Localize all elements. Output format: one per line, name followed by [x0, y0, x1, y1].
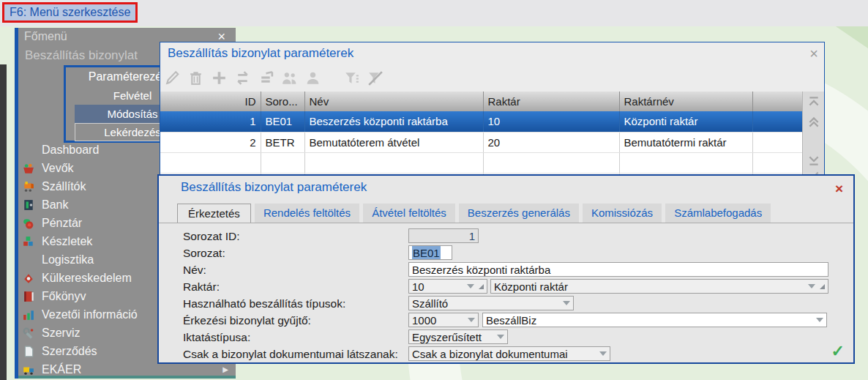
dokumentumok-combo[interactable]: Csak a bizonylat dokumentumai	[408, 346, 610, 361]
chevron-down-icon[interactable]	[497, 335, 504, 339]
gyujto-code-combo[interactable]: 1000	[408, 313, 479, 327]
form-row-iktatas: Iktatástípusa: Egyszerűsített	[159, 329, 853, 346]
col-header-blank	[752, 92, 802, 111]
field-value: 1	[469, 228, 475, 243]
cell-name: Bemutatóterem átvétel	[304, 132, 483, 152]
tab-atvetel-feltoltes[interactable]: Átvétel feltöltés	[363, 204, 455, 223]
chevron-down-icon[interactable]	[468, 318, 475, 322]
field-value: BE01	[412, 245, 441, 260]
menu-window-title: Főmenü	[24, 30, 67, 42]
sidebar-item-label: Külkereskedelem	[42, 272, 132, 285]
sidebar-item-label: Dashboard	[42, 144, 99, 157]
detail-title: Beszállítás bizonylat paraméterek	[159, 176, 853, 195]
cell-name: Beszerzés központi raktárba	[304, 111, 483, 132]
delete-trash-icon[interactable]	[187, 69, 205, 87]
table-row-empty	[160, 152, 802, 173]
submenu-arrow-icon: ▶	[222, 365, 228, 373]
close-icon[interactable]: ×	[809, 45, 818, 62]
edit-pencil-icon[interactable]	[163, 69, 182, 87]
field-label: Sorozat:	[183, 245, 225, 261]
col-header-id[interactable]: ID	[160, 92, 261, 111]
cell-blank	[752, 132, 802, 152]
field-label: Csak a bizonylat dokumentumai látszanak:	[183, 346, 398, 362]
field-label: Használható beszállítás típusok:	[183, 296, 345, 311]
chevron-down-icon[interactable]	[816, 318, 823, 322]
form-row-sorozat: Sorozat: BE01	[159, 245, 853, 261]
management-info-icon	[23, 309, 34, 321]
sidebar-item-label: Logisztika	[42, 253, 94, 267]
chevron-down-icon[interactable]	[467, 284, 474, 288]
foreign-trade-icon	[23, 272, 34, 284]
cell-id: 2	[160, 132, 261, 152]
cell-warehouse: 20	[483, 132, 619, 152]
filter-clear-icon[interactable]	[366, 69, 384, 87]
transfer-arrows-icon[interactable]	[233, 69, 252, 87]
add-plus-icon[interactable]	[210, 69, 228, 87]
iktatas-combo[interactable]: Egyszerűsített	[408, 329, 508, 344]
inventory-icon	[23, 236, 34, 247]
menu-bottom-strip	[18, 376, 236, 379]
list-toolbar	[163, 65, 384, 91]
col-header-sorozat[interactable]: Soro...	[261, 92, 304, 111]
field-value: 1000	[412, 313, 436, 327]
customers-icon	[23, 163, 34, 174]
raktar-code-combo[interactable]: 10	[408, 279, 487, 294]
cell-blank	[752, 111, 802, 132]
tab-erkeztetes[interactable]: Érkeztetés	[177, 204, 251, 223]
cell-code: BETR	[261, 132, 304, 152]
accept-check-icon[interactable]: ✓	[831, 342, 845, 361]
field-label: Sorozat ID:	[183, 228, 240, 244]
ekaer-truck-icon	[23, 364, 34, 376]
nev-field[interactable]: Beszerzés központi raktárba	[408, 262, 828, 277]
single-user-icon[interactable]	[304, 69, 322, 87]
field-label: Név:	[183, 262, 206, 277]
tab-komissiozas[interactable]: Komissiózás	[583, 204, 662, 223]
resize-corner-icon	[479, 284, 484, 289]
close-icon[interactable]: ×	[835, 181, 843, 197]
field-value: Szállító	[412, 296, 448, 310]
tab-szamlabefogadas[interactable]: Számlabefogadás	[665, 204, 771, 223]
tipusok-combo[interactable]: Szállító	[408, 296, 574, 310]
field-value: BeszállBiz	[486, 313, 536, 327]
user-group-icon[interactable]	[280, 69, 299, 87]
list-window-title: Beszállítás bizonylat paraméterek	[160, 42, 824, 64]
form-row-gyujto: Érkezési bizonylat gyűjtő: 1000 BeszállB…	[159, 313, 853, 329]
sidebar-item-label: Főkönyv	[42, 290, 86, 303]
sidebar-item-label: Szállítók	[42, 180, 86, 193]
field-label: Raktár:	[183, 279, 220, 294]
cell-id: 1	[160, 111, 261, 132]
blank-icon	[23, 254, 34, 266]
import-rows-icon[interactable]	[257, 69, 275, 87]
chevron-down-icon[interactable]	[599, 351, 607, 356]
chevron-down-icon[interactable]	[808, 284, 815, 288]
service-icon	[23, 327, 34, 339]
raktar-name-combo[interactable]: Központi raktár	[490, 279, 828, 294]
form-row-raktar: Raktár: 10 Központi raktár	[159, 279, 853, 295]
table-row[interactable]: 1 BE01 Beszerzés központi raktárba 10 Kö…	[160, 111, 802, 132]
field-value: Beszerzés központi raktárba	[412, 262, 550, 277]
sidebar-item-label: Bank	[42, 198, 68, 212]
sidebar-item-label: Szerződés	[42, 345, 97, 358]
cell-warehouse-name: Bemutatótermi raktár	[619, 132, 752, 152]
col-header-raktarnev[interactable]: Raktárnév	[619, 92, 752, 111]
sorozat-field[interactable]: BE01	[408, 245, 452, 260]
page-up-icon[interactable]	[807, 116, 820, 129]
filter-funnel-icon[interactable]	[343, 69, 361, 87]
suppliers-icon	[23, 181, 34, 193]
chevron-down-icon[interactable]	[563, 301, 570, 305]
sidebar-item-label: Vezetői információ	[42, 308, 138, 321]
tab-beszerzes-generalas[interactable]: Beszerzés generálás	[459, 204, 579, 223]
f6-menu-edit-banner: F6: Menü szerkesztése	[2, 2, 138, 23]
tab-rendeles-feltoltes[interactable]: Rendelés feltöltés	[255, 204, 359, 223]
gyujto-name-field[interactable]: BeszállBiz	[482, 313, 827, 327]
col-header-nev[interactable]: Név	[304, 92, 483, 111]
table-row[interactable]: 2 BETR Bemutatóterem átvétel 20 Bemutató…	[160, 132, 802, 152]
field-value: 10	[412, 279, 424, 294]
page-down-icon[interactable]	[807, 154, 820, 168]
tab-separator	[159, 223, 853, 223]
field-value: Csak a bizonylat dokumentumai	[412, 346, 568, 361]
bank-icon	[23, 199, 34, 211]
parameter-table: ID Soro... Név Raktár Raktárnév 1 BE01 B…	[160, 92, 802, 176]
scroll-first-icon[interactable]	[807, 95, 820, 108]
col-header-raktar[interactable]: Raktár	[483, 92, 619, 111]
